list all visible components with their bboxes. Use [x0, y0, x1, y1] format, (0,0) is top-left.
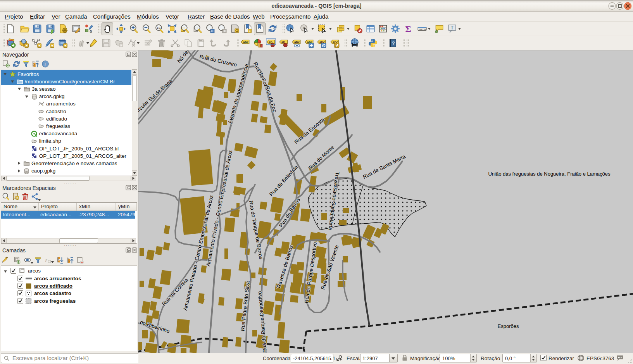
- svg-text:*: *: [42, 104, 43, 107]
- svg-text:T: T: [451, 25, 454, 31]
- svg-text:ε: ε: [45, 257, 48, 263]
- svg-text:a: a: [90, 29, 92, 33]
- svg-text:i: i: [45, 62, 46, 67]
- svg-text:1:1: 1:1: [157, 26, 161, 29]
- svg-text:?: ?: [392, 40, 395, 46]
- svg-text:abc: abc: [294, 40, 300, 44]
- svg-text:União das freguesias de Noguei: União das freguesias de Nogueira, Fraião…: [488, 171, 611, 177]
- svg-text:Esporões: Esporões: [498, 323, 519, 329]
- svg-text:abc: abc: [243, 40, 249, 44]
- svg-text:i: i: [289, 25, 291, 31]
- svg-text:Σ: Σ: [405, 24, 411, 34]
